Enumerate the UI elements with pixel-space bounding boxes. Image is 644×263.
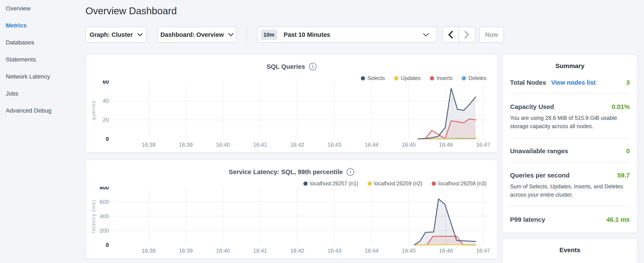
sidebar-item-databases[interactable]: Databases bbox=[0, 34, 86, 51]
time-range-selector[interactable]: 10m Past 10 Minutes bbox=[257, 27, 437, 43]
sidebar-item-overview[interactable]: Overview bbox=[0, 0, 86, 17]
summary-row-value: 59.7 bbox=[618, 172, 630, 179]
svg-text:16:42: 16:42 bbox=[290, 141, 304, 148]
legend-dot-icon bbox=[432, 181, 436, 186]
dashboard-content: SQL Queries i SelectsUpdatesInsertsDelet… bbox=[86, 54, 644, 263]
chart-title: SQL Queries bbox=[266, 62, 305, 71]
main-content: Overview Dashboard Graph: Cluster Dashbo… bbox=[86, 0, 644, 263]
legend-dot-icon bbox=[430, 76, 434, 80]
svg-text:latency (ms): latency (ms) bbox=[91, 200, 96, 232]
sidebar-nav: OverviewMetricsDatabasesStatementsNetwor… bbox=[0, 0, 86, 119]
sql-queries-chart[interactable]: 16:3816:3916:4016:4116:4216:4316:4416:45… bbox=[86, 80, 498, 152]
svg-text:16:39: 16:39 bbox=[179, 247, 193, 254]
legend-dot-icon bbox=[462, 76, 466, 80]
svg-text:0: 0 bbox=[106, 242, 109, 248]
legend-label: localhost:26258 (n3) bbox=[438, 180, 486, 187]
legend-label: localhost:26257 (n1) bbox=[310, 180, 358, 187]
svg-text:16:43: 16:43 bbox=[328, 247, 341, 254]
sidebar-item-advanced-debug[interactable]: Advanced Debug bbox=[0, 102, 86, 119]
chart-legend: localhost:26257 (n1)localhost:26259 (n2)… bbox=[304, 180, 486, 187]
summary-row-description: You are using 28.6 MiB of 515.9 GiB usab… bbox=[510, 114, 630, 130]
sidebar-item-statements[interactable]: Statements bbox=[0, 51, 86, 68]
events-title: Events bbox=[510, 246, 630, 254]
svg-text:400: 400 bbox=[100, 213, 109, 219]
svg-text:16:40: 16:40 bbox=[216, 141, 230, 148]
svg-text:16:44: 16:44 bbox=[365, 247, 378, 254]
summary-rows: Total NodesView nodes list3Capacity Used… bbox=[510, 70, 630, 230]
time-forward-button[interactable] bbox=[459, 27, 475, 42]
svg-text:16:43: 16:43 bbox=[328, 141, 341, 148]
chevron-down-icon bbox=[423, 33, 429, 37]
svg-text:16:38: 16:38 bbox=[142, 247, 156, 254]
legend-label: localhost:26259 (n2) bbox=[374, 180, 422, 187]
toolbar-divider bbox=[247, 27, 247, 43]
legend-item: localhost:26258 (n3) bbox=[432, 180, 486, 187]
chart-title-row: Service Latency: SQL, 99th percentile i bbox=[86, 168, 497, 176]
svg-text:40: 40 bbox=[103, 98, 109, 104]
view-nodes-link[interactable]: View nodes list bbox=[551, 79, 596, 86]
page-title: Overview Dashboard bbox=[86, 5, 644, 17]
svg-text:0: 0 bbox=[106, 136, 109, 142]
now-button[interactable]: Now bbox=[479, 27, 504, 43]
charts-column: SQL Queries i SelectsUpdatesInsertsDelet… bbox=[86, 54, 498, 263]
summary-row-description: Sum of Selects, Updates, Inserts, and De… bbox=[510, 182, 630, 199]
summary-row: Capacity Used0.01%You are using 28.6 MiB… bbox=[510, 94, 630, 138]
service-latency-chart[interactable]: 16:3816:3916:4016:4116:4216:4316:4416:45… bbox=[86, 187, 498, 258]
svg-text:16:39: 16:39 bbox=[179, 141, 193, 148]
svg-text:16:42: 16:42 bbox=[290, 247, 304, 254]
svg-text:20: 20 bbox=[103, 117, 109, 123]
legend-dot-icon bbox=[361, 76, 365, 80]
sidebar-item-metrics[interactable]: Metrics bbox=[0, 17, 86, 34]
svg-text:queries: queries bbox=[91, 100, 96, 120]
summary-row-label: Capacity Used bbox=[510, 103, 554, 110]
summary-title: Summary bbox=[510, 62, 630, 70]
summary-panel: Summary Total NodesView nodes list3Capac… bbox=[502, 54, 638, 233]
svg-text:60: 60 bbox=[103, 80, 109, 85]
chart-title: Service Latency: SQL, 99th percentile bbox=[229, 168, 343, 176]
svg-text:800: 800 bbox=[100, 187, 109, 191]
chevron-down-icon bbox=[137, 33, 143, 37]
chevron-right-icon bbox=[464, 31, 470, 39]
summary-row-value: 46.1 ms bbox=[606, 216, 630, 223]
sql-queries-chart-panel: SQL Queries i SelectsUpdatesInsertsDelet… bbox=[86, 54, 498, 153]
summary-row: P99 latency46.1 ms bbox=[510, 207, 630, 230]
sidebar-item-jobs[interactable]: Jobs bbox=[0, 85, 86, 102]
info-icon[interactable]: i bbox=[346, 168, 354, 176]
chart-title-row: SQL Queries i bbox=[86, 62, 497, 71]
legend-item: localhost:26259 (n2) bbox=[368, 180, 422, 187]
summary-row-label: P99 latency bbox=[510, 216, 545, 223]
time-range-label: Past 10 Minutes bbox=[284, 31, 330, 38]
graph-dropdown[interactable]: Graph: Cluster bbox=[86, 27, 147, 43]
svg-text:16:44: 16:44 bbox=[365, 141, 378, 148]
legend-item: localhost:26257 (n1) bbox=[304, 180, 358, 187]
svg-text:16:45: 16:45 bbox=[402, 247, 416, 254]
svg-text:200: 200 bbox=[100, 227, 109, 234]
svg-text:16:47: 16:47 bbox=[476, 141, 490, 148]
service-latency-chart-panel: Service Latency: SQL, 99th percentile i … bbox=[86, 160, 498, 259]
svg-text:16:40: 16:40 bbox=[216, 247, 230, 254]
svg-text:16:46: 16:46 bbox=[439, 247, 453, 254]
time-preset-badge: 10m bbox=[261, 30, 277, 40]
summary-row-label: Unavailable ranges bbox=[510, 147, 568, 155]
summary-row: Total NodesView nodes list3 bbox=[510, 70, 630, 94]
svg-text:16:38: 16:38 bbox=[142, 141, 156, 148]
sidebar-item-network-latency[interactable]: Network Latency bbox=[0, 68, 86, 85]
dashboard-dropdown[interactable]: Dashboard: Overview bbox=[157, 27, 237, 43]
summary-row: Unavailable ranges0 bbox=[510, 138, 630, 162]
info-icon[interactable]: i bbox=[309, 63, 316, 70]
time-back-button[interactable] bbox=[443, 27, 459, 42]
right-column: Summary Total NodesView nodes list3Capac… bbox=[502, 54, 638, 263]
summary-row-value: 3 bbox=[626, 79, 630, 86]
summary-row-value: 0 bbox=[626, 147, 630, 155]
svg-text:600: 600 bbox=[100, 199, 109, 205]
svg-text:16:41: 16:41 bbox=[253, 247, 267, 254]
svg-text:16:41: 16:41 bbox=[253, 141, 267, 148]
chevron-left-icon bbox=[448, 31, 454, 39]
chevron-down-icon bbox=[228, 33, 234, 37]
legend-dot-icon bbox=[304, 181, 308, 186]
time-step-buttons bbox=[442, 27, 476, 43]
dashboard-dropdown-label: Dashboard: Overview bbox=[160, 31, 224, 38]
svg-text:16:47: 16:47 bbox=[476, 247, 490, 254]
events-panel: Events Schema Change Completed: Schema c… bbox=[502, 238, 638, 263]
summary-row: Queries per second59.7Sum of Selects, Up… bbox=[510, 162, 630, 207]
